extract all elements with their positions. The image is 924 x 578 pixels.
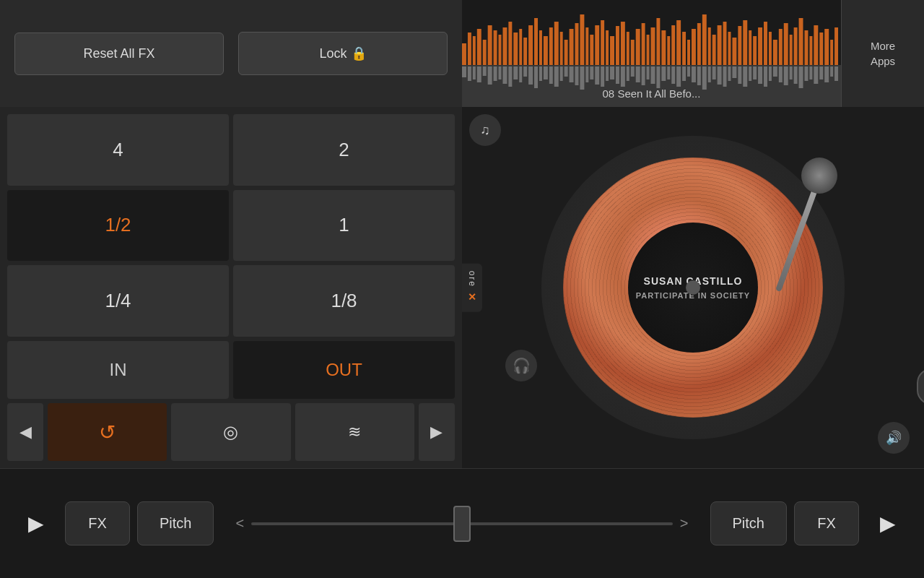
svg-rect-83 [499,66,502,79]
lock-button[interactable]: Lock 🔒 [238,32,448,75]
svg-rect-77 [468,66,471,81]
svg-rect-43 [671,25,675,65]
svg-rect-143 [804,66,808,81]
play-left-button[interactable]: ▶ [14,502,58,545]
svg-rect-145 [814,66,818,84]
svg-rect-79 [477,66,481,82]
svg-rect-20 [554,22,559,65]
crossfader-track[interactable] [251,522,673,525]
svg-rect-139 [784,66,788,85]
svg-rect-16 [534,18,538,65]
svg-rect-68 [799,18,803,65]
fx-vinyl-btn[interactable]: ◎ [171,403,290,461]
svg-rect-142 [799,66,803,88]
more-fx-overlay[interactable]: ore ✕ [462,264,482,312]
svg-rect-39 [651,27,655,65]
crossfader-handle[interactable] [453,506,471,542]
inout-row: IN OUT [7,341,455,399]
play-right-button[interactable]: ▶ [866,502,910,545]
svg-rect-70 [809,36,812,65]
svg-rect-138 [779,66,783,82]
svg-rect-47 [692,29,696,65]
svg-rect-137 [773,66,777,77]
speaker-button[interactable]: 🔊 [878,422,910,454]
more-apps-button[interactable]: More Apps [841,0,924,107]
wave-icon: ≋ [348,423,361,441]
svg-rect-58 [749,30,751,65]
svg-rect-41 [661,30,666,65]
svg-rect-11 [508,22,512,65]
svg-rect-101 [590,66,593,79]
out-button[interactable]: OUT [233,341,455,399]
sync-button[interactable]: -SYNC- [917,368,924,405]
svg-rect-46 [687,40,690,65]
loop-btn-2[interactable]: 2 [233,114,455,186]
record-spindle [686,280,700,295]
svg-rect-129 [732,66,736,78]
svg-rect-72 [819,33,823,65]
svg-rect-106 [616,66,619,84]
fx-arrow-right[interactable]: ▶ [419,403,455,461]
svg-rect-21 [560,32,563,65]
svg-rect-19 [549,27,553,65]
crossfader-arrow-right[interactable]: > [680,515,689,532]
svg-rect-31 [610,36,614,65]
crossfader-arrow-left[interactable]: < [235,515,244,532]
svg-rect-44 [676,20,681,65]
svg-rect-60 [758,27,762,65]
svg-rect-4 [473,36,476,65]
svg-rect-147 [824,66,829,82]
music-note-button[interactable]: ♫ [469,114,501,146]
svg-rect-104 [606,66,609,81]
loop-btn-half[interactable]: 1/2 [7,190,229,262]
svg-rect-95 [560,66,563,81]
svg-rect-53 [723,22,727,65]
headphone-button[interactable]: 🎧 [505,350,537,381]
svg-rect-6 [483,40,487,65]
svg-rect-40 [656,18,660,65]
svg-rect-93 [549,66,553,84]
svg-rect-65 [784,23,788,65]
svg-rect-116 [667,66,670,79]
svg-rect-7 [488,25,492,65]
track-name: 08 Seen It All Befo... [603,87,701,100]
svg-rect-99 [580,66,584,90]
svg-rect-149 [834,66,838,81]
svg-rect-36 [636,29,640,65]
svg-rect-91 [539,66,542,81]
svg-rect-103 [601,66,604,87]
top-left-controls: Reset All FX Lock 🔒 [0,0,462,107]
svg-rect-50 [708,27,711,65]
svg-rect-8 [494,30,497,65]
crossfader-area: < > [221,515,702,532]
svg-rect-12 [513,33,518,65]
svg-rect-94 [554,66,559,87]
svg-rect-81 [488,66,492,85]
svg-rect-144 [809,66,812,79]
loop-btn-eighth[interactable]: 1/8 [233,265,455,337]
reset-fx-button[interactable]: Reset All FX [14,33,224,75]
fx-left-button[interactable]: FX [65,501,130,545]
tonearm-base [801,158,837,194]
loop-btn-quarter[interactable]: 1/4 [7,265,229,337]
pitch-left-button[interactable]: Pitch [137,501,214,545]
fx-arrow-left[interactable]: ◀ [7,403,43,461]
svg-rect-62 [769,32,772,65]
svg-rect-89 [528,66,533,85]
fx-wave-btn[interactable]: ≋ [295,403,414,461]
svg-rect-109 [631,66,635,77]
music-note-icon: ♫ [480,123,490,138]
fx-right-button[interactable]: FX [794,501,859,545]
loop-btn-4[interactable]: 4 [7,114,229,186]
svg-rect-141 [794,66,798,84]
svg-rect-5 [477,29,481,65]
loop-btn-1[interactable]: 1 [233,190,455,262]
pitch-right-button[interactable]: Pitch [710,501,787,545]
svg-rect-105 [610,66,614,79]
center-controls: -SYNC- RECORD [917,368,924,432]
svg-rect-87 [519,66,522,82]
svg-rect-135 [764,66,767,87]
in-button[interactable]: IN [7,341,229,399]
fx-loop-btn[interactable]: ↺ [48,403,167,461]
svg-rect-57 [743,20,747,65]
